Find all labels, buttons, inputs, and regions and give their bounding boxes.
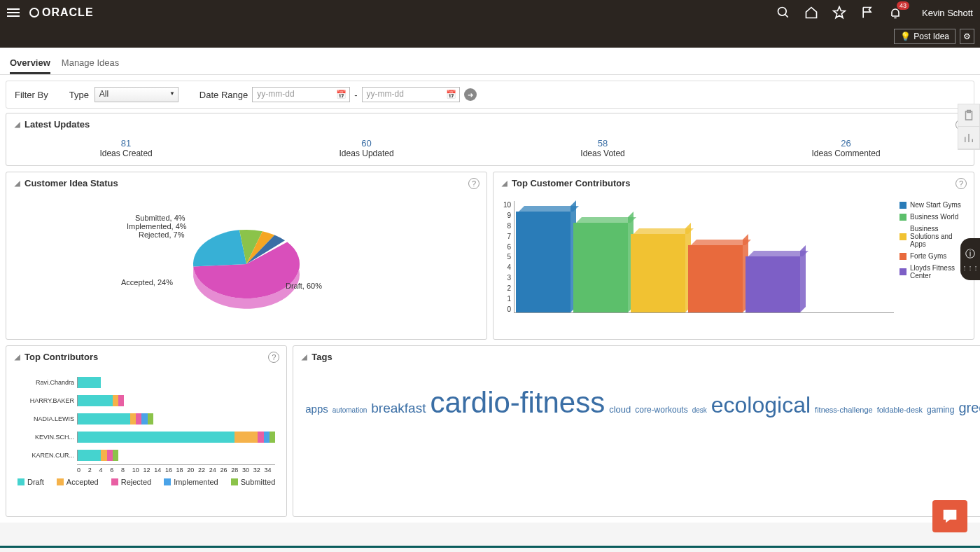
stacked-bar-chart: Ravi.ChandraHARRY.BAKERNADIA.LEWISKEVIN.… <box>18 373 275 464</box>
stat-item[interactable]: 26Ideas Commented <box>812 138 881 158</box>
date-range-label: Date Range <box>200 90 248 100</box>
tab-manage-ideas[interactable]: Manage Ideas <box>62 53 119 74</box>
svg-point-9 <box>951 513 953 516</box>
info-pill[interactable]: ⓘ⋮⋮⋮ <box>960 238 980 280</box>
bar-chart <box>514 201 894 313</box>
tag-automation[interactable]: automation <box>330 406 369 414</box>
tag-breakfast[interactable]: breakfast <box>369 401 428 415</box>
svg-point-7 <box>946 513 948 516</box>
tag-foldable-desk[interactable]: foldable-desk <box>875 406 925 414</box>
tag-cloud: appsautomationbreakfastcardio-fitnessclo… <box>293 368 980 438</box>
stat-item[interactable]: 81Ideas Created <box>99 138 152 158</box>
svg-point-0 <box>778 8 787 16</box>
stat-item[interactable]: 60Ideas Updated <box>340 138 394 158</box>
notification-badge: 43 <box>897 1 909 10</box>
type-select[interactable]: All▼ <box>94 87 178 102</box>
tab-overview[interactable]: Overview <box>10 53 50 74</box>
home-icon[interactable] <box>804 6 818 20</box>
tag-core-workouts[interactable]: core-workouts <box>633 405 690 415</box>
settings-button[interactable]: ⚙ <box>960 29 974 44</box>
footer-accent <box>0 546 980 548</box>
idea-status-title: Customer Idea Status <box>24 178 118 188</box>
bell-icon[interactable]: 43 <box>888 6 902 20</box>
clipboard-icon[interactable] <box>958 104 979 127</box>
post-idea-button[interactable]: 💡Post Idea <box>894 29 955 44</box>
top-contrib-title: Top Contributors <box>24 352 98 362</box>
flag-icon[interactable] <box>860 6 874 20</box>
svg-point-8 <box>948 513 951 516</box>
date-from-input[interactable]: yy-mm-dd📅 <box>252 87 350 102</box>
side-rail <box>958 104 980 150</box>
apply-filter-button[interactable]: ➜ <box>464 88 477 101</box>
main-content: Filter By Type All▼ Date Range yy-mm-dd📅… <box>0 75 980 523</box>
star-icon[interactable] <box>832 6 846 20</box>
date-to-input[interactable]: yy-mm-dd📅 <box>362 87 460 102</box>
stat-item[interactable]: 58Ideas Voted <box>580 138 624 158</box>
tags-title: Tags <box>312 352 332 362</box>
tag-cardio-fitness[interactable]: cardio-fitness <box>428 386 607 419</box>
help-icon[interactable]: ? <box>468 178 479 189</box>
tag-apps[interactable]: apps <box>303 403 330 415</box>
tags-panel: ◢Tags ? appsautomationbreakfastcardio-fi… <box>293 345 980 517</box>
help-icon[interactable]: ? <box>955 178 967 189</box>
tag-cloud[interactable]: cloud <box>607 404 633 415</box>
type-label: Type <box>69 90 89 100</box>
filter-bar: Filter By Type All▼ Date Range yy-mm-dd📅… <box>6 81 974 109</box>
svg-line-1 <box>785 15 788 18</box>
search-icon[interactable] <box>776 6 790 20</box>
chart-icon[interactable] <box>958 127 979 149</box>
hamburger-icon[interactable] <box>7 8 20 17</box>
tag-green[interactable]: green <box>956 400 980 415</box>
tag-desk[interactable]: desk <box>690 406 709 414</box>
latest-updates-panel: ◢Latest Updates ? 81Ideas Created60Ideas… <box>6 113 974 166</box>
tag-gaming[interactable]: gaming <box>925 405 956 415</box>
sub-header: 💡Post Idea ⚙ <box>0 25 980 48</box>
app-header: ORACLE 43 Kevin Schott <box>0 0 980 25</box>
oracle-logo: ORACLE <box>29 6 94 19</box>
customer-idea-status-panel: ◢Customer Idea Status ? Submitted, 4% Im… <box>6 172 487 340</box>
page-tabs: Overview Manage Ideas <box>0 48 980 75</box>
latest-updates-title: Latest Updates <box>24 119 90 130</box>
tag-ecological[interactable]: ecological <box>709 392 813 418</box>
date-sep: - <box>354 90 357 100</box>
tag-fitness-challenge[interactable]: fitness-challenge <box>813 406 875 414</box>
top-contributors-panel: ◢Top Contributors ? Ravi.ChandraHARRY.BA… <box>6 345 287 517</box>
top-cust-title: Top Customer Contributors <box>512 178 630 188</box>
top-customer-contributors-panel: ◢Top Customer Contributors ? 10987654321… <box>493 172 974 340</box>
chat-button[interactable] <box>932 500 967 532</box>
pie-chart <box>183 219 309 310</box>
filter-by-label: Filter By <box>15 90 48 100</box>
user-name[interactable]: Kevin Schott <box>922 8 973 18</box>
